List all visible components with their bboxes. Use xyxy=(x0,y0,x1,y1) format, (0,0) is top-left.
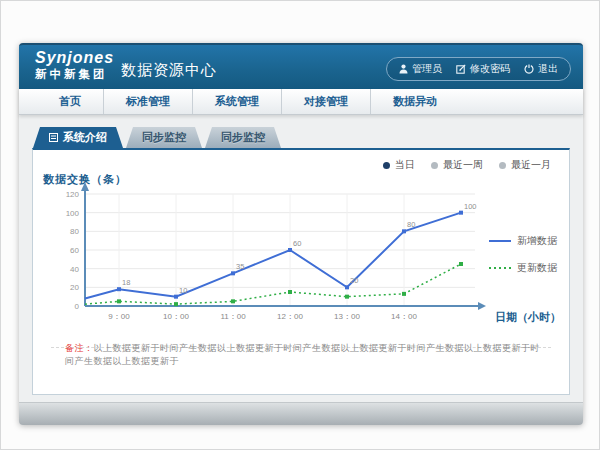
data-point xyxy=(231,299,235,303)
radio-selected-icon xyxy=(383,162,390,169)
svg-text:12：00: 12：00 xyxy=(277,312,303,321)
footnote-prefix: 备注： xyxy=(65,343,94,353)
data-point xyxy=(459,211,463,215)
main-nav: 首页标准管理系统管理对接管理数据异动 xyxy=(19,89,583,115)
brand-logo-sub: 新中新集团 xyxy=(35,69,114,81)
tab-sync-monitor-1[interactable]: 同步监控 xyxy=(126,127,202,148)
svg-text:80: 80 xyxy=(70,227,79,236)
data-point xyxy=(345,285,349,289)
data-point xyxy=(174,295,178,299)
data-point xyxy=(459,262,463,266)
svg-text:18: 18 xyxy=(122,278,130,287)
radio-unselected-icon xyxy=(499,162,506,169)
svg-text:100: 100 xyxy=(66,209,80,218)
svg-text:0: 0 xyxy=(75,302,80,311)
svg-text:20: 20 xyxy=(70,283,79,292)
tab-label: 同步监控 xyxy=(142,127,186,148)
user-menu: 管理员 修改密码 退出 xyxy=(386,57,571,81)
change-password-button[interactable]: 修改密码 xyxy=(456,62,510,76)
data-point xyxy=(174,302,178,306)
page-title: 数据资源中心 xyxy=(121,45,217,91)
legend-item-0: 新增数据 xyxy=(489,234,557,248)
nav-item-0[interactable]: 首页 xyxy=(37,89,103,114)
data-point xyxy=(288,248,292,252)
user-name-label: 管理员 xyxy=(412,62,442,76)
legend-item-1: 更新数据 xyxy=(489,261,557,275)
series-legend: 新增数据更新数据 xyxy=(489,234,557,275)
nav-list: 首页标准管理系统管理对接管理数据异动 xyxy=(19,89,583,114)
app-window: Synjones 新中新集团 数据资源中心 管理员 修改密 xyxy=(19,43,583,425)
tab-label: 系统介绍 xyxy=(63,127,107,148)
chart-grid xyxy=(85,194,475,306)
svg-text:10: 10 xyxy=(179,286,187,295)
range-option-label: 最近一月 xyxy=(511,158,551,172)
svg-text:14：00: 14：00 xyxy=(391,312,417,321)
range-selector: 当日最近一周最近一月 xyxy=(383,158,551,172)
radio-unselected-icon xyxy=(431,162,438,169)
svg-text:60: 60 xyxy=(293,239,301,248)
svg-text:60: 60 xyxy=(70,246,79,255)
range-option-0[interactable]: 当日 xyxy=(383,158,415,172)
range-option-label: 当日 xyxy=(395,158,415,172)
nav-item-1[interactable]: 标准管理 xyxy=(103,89,192,114)
legend-label: 更新数据 xyxy=(517,261,557,275)
data-point xyxy=(117,287,121,291)
nav-item-2[interactable]: 系统管理 xyxy=(192,89,281,114)
data-point xyxy=(402,229,406,233)
range-option-2[interactable]: 最近一月 xyxy=(499,158,551,172)
data-point xyxy=(117,299,121,303)
svg-text:11：00: 11：00 xyxy=(220,312,246,321)
change-password-label: 修改密码 xyxy=(470,62,510,76)
brand-logo-text: Synjones xyxy=(35,50,114,66)
line-chart: 0204060801001209：0010：0011：0012：0013：001… xyxy=(49,176,529,328)
svg-text:100: 100 xyxy=(464,202,477,211)
data-point xyxy=(231,271,235,275)
content-area: 系统介绍同步监控同步监控 当日最近一周最近一月 数据交换（条） 02040608… xyxy=(19,115,583,403)
legend-line-sample xyxy=(489,238,511,244)
range-option-label: 最近一周 xyxy=(443,158,483,172)
chart-panel: 当日最近一周最近一月 数据交换（条） 0204060801001209：0010… xyxy=(32,148,570,395)
tab-bar: 系统介绍同步监控同步监控 xyxy=(33,127,583,148)
brand-logo: Synjones 新中新集团 xyxy=(35,50,114,81)
document-icon xyxy=(49,133,58,142)
tab-label: 同步监控 xyxy=(221,127,265,148)
nav-item-3[interactable]: 对接管理 xyxy=(281,89,370,114)
user-icon xyxy=(399,64,408,74)
logout-label: 退出 xyxy=(538,62,558,76)
svg-text:120: 120 xyxy=(66,190,80,199)
svg-text:9：00: 9：00 xyxy=(108,312,130,321)
page-background: Synjones 新中新集团 数据资源中心 管理员 修改密 xyxy=(0,0,600,450)
tab-sync-monitor-2[interactable]: 同步监控 xyxy=(205,127,281,148)
svg-text:20: 20 xyxy=(350,276,358,285)
edit-icon xyxy=(456,64,466,74)
x-axis-title: 日期（小时） xyxy=(495,310,561,325)
footnote-text: 以上数据更新于时间产生数据以上数据更新于时间产生数据以上数据更新于时间产生数据以… xyxy=(65,343,540,366)
user-menu-admin[interactable]: 管理员 xyxy=(399,62,442,76)
app-header: Synjones 新中新集团 数据资源中心 管理员 修改密 xyxy=(19,43,583,91)
footnote: 备注：以上数据更新于时间产生数据以上数据更新于时间产生数据以上数据更新于时间产生… xyxy=(65,342,549,368)
svg-text:13：00: 13：00 xyxy=(334,312,360,321)
data-point xyxy=(345,295,349,299)
logout-button[interactable]: 退出 xyxy=(524,62,558,76)
power-icon xyxy=(524,64,534,74)
data-point xyxy=(288,290,292,294)
legend-line-sample xyxy=(489,265,511,271)
svg-text:40: 40 xyxy=(70,265,79,274)
svg-text:10：00: 10：00 xyxy=(163,312,189,321)
data-point xyxy=(402,292,406,296)
tab-system-intro[interactable]: 系统介绍 xyxy=(33,127,123,148)
window-footer xyxy=(19,402,583,425)
range-option-1[interactable]: 最近一周 xyxy=(431,158,483,172)
svg-text:35: 35 xyxy=(236,262,244,271)
nav-item-4[interactable]: 数据异动 xyxy=(370,89,459,114)
svg-text:80: 80 xyxy=(407,220,415,229)
chart-axes xyxy=(81,182,486,310)
legend-label: 新增数据 xyxy=(517,234,557,248)
